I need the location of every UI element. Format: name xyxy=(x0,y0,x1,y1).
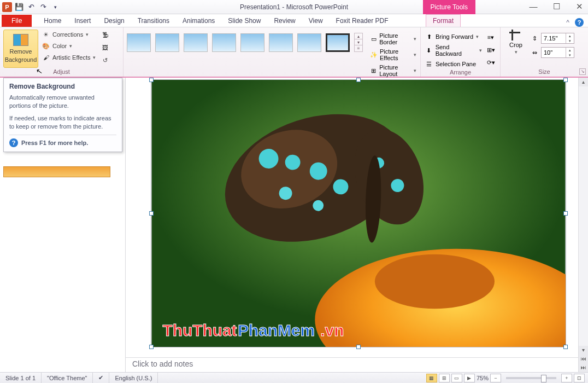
width-value[interactable] xyxy=(542,49,566,56)
undo-icon[interactable]: ↶ xyxy=(25,1,37,13)
customize-qat-icon[interactable]: ▾ xyxy=(49,1,61,13)
status-spellcheck[interactable]: ✔ xyxy=(93,373,109,383)
status-slide-number: Slide 1 of 1 xyxy=(0,373,42,383)
selection-pane-label: Selection Pane xyxy=(436,61,476,67)
group-adjust-label: Adjust xyxy=(0,68,123,77)
resize-handle[interactable] xyxy=(563,78,568,82)
style-thumb-selected[interactable] xyxy=(326,33,350,52)
fit-to-window-button[interactable]: ⊡ xyxy=(574,374,585,382)
prev-slide-icon[interactable]: ⏮ xyxy=(579,355,588,363)
group-button[interactable]: ⊞▾ xyxy=(485,44,497,55)
width-icon: ⇔ xyxy=(530,48,539,57)
resize-handle[interactable] xyxy=(563,345,568,349)
picture-layout-button[interactable]: ⊞Picture Layout▾ xyxy=(369,63,417,78)
height-input[interactable]: ▴▾ xyxy=(541,33,574,44)
slide-thumbnail[interactable] xyxy=(3,166,110,177)
vertical-scrollbar[interactable]: ▴ ▾ ⏮ ⏭ xyxy=(578,78,588,372)
dialog-launcher-icon[interactable]: ↘ xyxy=(579,68,586,75)
tab-review[interactable]: Review xyxy=(267,15,302,27)
compress-pictures-button[interactable]: 🗜 xyxy=(99,30,111,40)
resize-handle[interactable] xyxy=(149,345,154,349)
slide-canvas[interactable]: ThuThuat PhanMem .vn xyxy=(126,78,578,358)
style-thumb[interactable] xyxy=(155,33,179,52)
scroll-down-icon[interactable]: ▾ xyxy=(579,346,588,355)
style-thumb[interactable] xyxy=(297,33,321,52)
effects-icon: ✨ xyxy=(370,50,378,59)
help-icon[interactable]: ? xyxy=(575,18,584,27)
notes-pane[interactable]: Click to add notes xyxy=(126,358,578,372)
spinner-up-icon[interactable]: ▴ xyxy=(566,48,574,53)
normal-view-button[interactable]: ▦ xyxy=(426,374,437,382)
minimize-ribbon-icon[interactable]: ^ xyxy=(566,19,569,26)
align-button[interactable]: ≡▾ xyxy=(485,32,497,43)
zoom-percent[interactable]: 75% xyxy=(477,375,489,381)
redo-icon[interactable]: ↷ xyxy=(37,1,49,13)
corrections-button[interactable]: ☀Corrections▾ xyxy=(40,30,97,39)
color-button[interactable]: 🎨Color▾ xyxy=(40,41,97,51)
tab-format[interactable]: Format xyxy=(426,14,461,27)
remove-bg-label2: Background xyxy=(5,56,37,63)
crop-icon xyxy=(509,30,522,40)
resize-handle[interactable] xyxy=(356,78,361,82)
send-backward-button[interactable]: ⬇Send Backward▾ xyxy=(424,43,483,57)
resize-handle[interactable] xyxy=(149,211,154,216)
reset-picture-button[interactable]: ↺ xyxy=(99,55,111,66)
bring-forward-button[interactable]: ⬆Bring Forward▾ xyxy=(424,32,483,42)
tab-insert[interactable]: Insert xyxy=(68,15,97,27)
status-language[interactable]: English (U.S.) xyxy=(109,373,158,383)
zoom-out-button[interactable]: − xyxy=(490,374,501,382)
maximize-button[interactable]: ☐ xyxy=(552,2,561,11)
change-picture-button[interactable]: 🖼 xyxy=(99,42,111,53)
resize-handle[interactable] xyxy=(149,78,154,82)
tab-design[interactable]: Design xyxy=(97,15,131,27)
width-input[interactable]: ▴▾ xyxy=(541,47,574,58)
rotate-button[interactable]: ⟳▾ xyxy=(485,57,497,68)
resize-handle[interactable] xyxy=(356,345,361,349)
sorter-view-button[interactable]: ⊞ xyxy=(439,374,450,382)
picture-border-button[interactable]: ▭Picture Border▾ xyxy=(369,32,417,46)
save-icon[interactable]: 💾 xyxy=(13,1,25,13)
picture-styles-gallery[interactable]: ▴▾≡ xyxy=(127,30,363,52)
crop-button[interactable]: Crop▾ xyxy=(504,30,528,55)
next-slide-icon[interactable]: ⏭ xyxy=(579,363,588,372)
spinner-down-icon[interactable]: ▾ xyxy=(566,38,574,43)
tab-animations[interactable]: Animations xyxy=(176,15,221,27)
remove-background-icon xyxy=(13,34,28,46)
picture-object[interactable]: ThuThuat PhanMem .vn xyxy=(151,79,566,347)
tooltip-remove-background: Remove Background Automatically remove u… xyxy=(3,78,122,152)
style-thumb[interactable] xyxy=(212,33,236,52)
tooltip-text: If needed, use marks to indicate areas t… xyxy=(9,114,116,131)
group-arrange-label: Arrange xyxy=(421,69,500,77)
scroll-up-icon[interactable]: ▴ xyxy=(579,78,588,86)
tab-view[interactable]: View xyxy=(302,15,330,27)
remove-background-button[interactable]: Remove Background xyxy=(3,30,38,68)
selection-pane-button[interactable]: ☰Selection Pane xyxy=(424,59,483,69)
tab-slideshow[interactable]: Slide Show xyxy=(221,15,267,27)
style-thumb[interactable] xyxy=(127,33,151,52)
watermark-text: ThuThuat xyxy=(162,321,237,339)
spinner-up-icon[interactable]: ▴ xyxy=(566,33,574,38)
minimize-button[interactable]: — xyxy=(529,2,538,11)
picture-layout-label: Picture Layout xyxy=(379,64,411,77)
zoom-slider[interactable] xyxy=(506,377,556,379)
resize-handle[interactable] xyxy=(563,211,568,216)
close-button[interactable]: ✕ xyxy=(575,2,584,11)
tab-transitions[interactable]: Transitions xyxy=(131,15,176,27)
slideshow-view-button[interactable]: ▶ xyxy=(464,374,475,382)
gallery-scroll[interactable]: ▴▾≡ xyxy=(354,33,363,52)
height-value[interactable] xyxy=(542,35,566,42)
tab-file[interactable]: File xyxy=(2,15,32,27)
send-backward-icon: ⬇ xyxy=(425,46,433,55)
picture-effects-button[interactable]: ✨Picture Effects▾ xyxy=(369,48,417,62)
artistic-effects-button[interactable]: 🖌Artistic Effects▾ xyxy=(40,53,97,62)
tab-home[interactable]: Home xyxy=(37,15,68,27)
style-thumb[interactable] xyxy=(269,33,293,52)
spinner-down-icon[interactable]: ▾ xyxy=(566,53,574,57)
style-thumb[interactable] xyxy=(184,33,208,52)
status-bar: Slide 1 of 1 "Office Theme" ✔ English (U… xyxy=(0,372,588,383)
zoom-in-button[interactable]: + xyxy=(561,374,572,382)
reading-view-button[interactable]: ▭ xyxy=(451,374,462,382)
selection-pane-icon: ☰ xyxy=(425,60,433,68)
tab-foxit[interactable]: Foxit Reader PDF xyxy=(330,15,395,27)
style-thumb[interactable] xyxy=(240,33,264,52)
